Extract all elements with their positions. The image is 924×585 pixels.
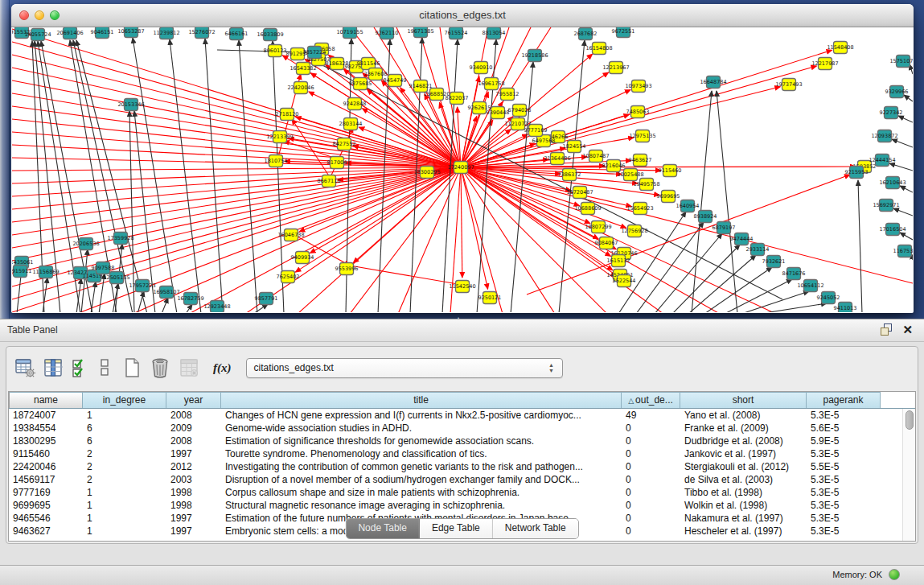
tab-network-table[interactable]: Network Table — [493, 519, 578, 538]
cell-year[interactable]: 2008 — [166, 435, 221, 447]
cell-name[interactable]: 9115460 — [9, 447, 83, 460]
column-header-in_degree[interactable]: in_degree — [83, 392, 166, 408]
graph-edge-black[interactable] — [688, 255, 756, 312]
cell-out_de[interactable]: 0 — [622, 512, 680, 525]
table-scrollbar[interactable] — [902, 409, 915, 541]
graph-edge-red[interactable] — [12, 167, 461, 235]
cell-pagerank[interactable]: 5.3E-5 — [807, 512, 881, 525]
cell-name[interactable]: 9463627 — [9, 525, 83, 538]
table-row[interactable]: 1830029562008Estimation of significance … — [9, 435, 915, 447]
table-row[interactable]: 969969511998Structural magnetic resonanc… — [9, 499, 915, 512]
network-canvas[interactable]: 1724009789601238912954182260589827503818… — [12, 27, 913, 312]
close-window-button[interactable] — [19, 10, 29, 20]
cell-layout-button[interactable] — [101, 356, 109, 380]
cell-year[interactable]: 2009 — [166, 422, 221, 435]
graph-edge-black[interactable] — [898, 116, 913, 122]
cell-short[interactable]: Wolkin et al. (1998) — [680, 499, 807, 512]
cell-title[interactable]: Changes of HCN gene expression and I(f) … — [221, 409, 622, 422]
tab-edge-table[interactable]: Edge Table — [420, 519, 493, 538]
table-row[interactable]: 1938455462009Genome-wide association stu… — [9, 422, 915, 435]
cell-name[interactable]: 9465546 — [9, 512, 83, 525]
network-window-titlebar[interactable]: citations_edges.txt — [11, 4, 914, 27]
cell-in_degree[interactable]: 1 — [83, 512, 166, 525]
graph-edge-red[interactable] — [12, 132, 461, 167]
graph-edge-black[interactable] — [186, 304, 192, 312]
cell-out_de[interactable]: 0 — [622, 486, 680, 499]
cell-short[interactable]: Dudbridge et al. (2008) — [680, 435, 807, 447]
graph-edge-red[interactable] — [12, 167, 461, 274]
graph-edge-red[interactable] — [12, 119, 461, 167]
cell-out_de[interactable]: 0 — [622, 473, 680, 486]
cell-year[interactable]: 1997 — [166, 525, 221, 538]
table-row[interactable]: 911546021997Tourette syndrome. Phenomeno… — [9, 447, 915, 460]
table-row[interactable]: 977716911998Corpus callosum shape and si… — [9, 486, 915, 499]
graph-edge-red[interactable] — [284, 141, 339, 159]
graph-edge-black[interactable] — [893, 208, 913, 216]
cell-pagerank[interactable]: 5.3E-5 — [807, 486, 881, 499]
cell-name[interactable]: 19384554 — [9, 422, 83, 435]
cell-title[interactable]: Investigating the contribution of common… — [221, 460, 622, 473]
column-header-short[interactable]: short — [680, 392, 807, 408]
cell-title[interactable]: Estimation of significance thresholds fo… — [221, 435, 622, 447]
graph-edge-red[interactable] — [245, 167, 461, 312]
cell-pagerank[interactable]: 5.5E-5 — [807, 460, 881, 473]
graph-edge-black[interactable] — [253, 304, 268, 312]
table-scrollbar-thumb[interactable] — [906, 410, 914, 430]
graph-edge-black[interactable] — [239, 40, 257, 312]
graph-edge-red[interactable] — [350, 266, 462, 285]
graph-edge-black[interactable] — [904, 95, 913, 101]
cell-pagerank[interactable]: 5.3E-5 — [807, 409, 881, 422]
column-header-out_de[interactable]: △out_de... — [622, 392, 680, 408]
column-header-name[interactable]: name — [9, 392, 83, 408]
graph-edge-black[interactable] — [717, 91, 737, 312]
table-row[interactable]: 2242004622012Investigating the contribut… — [9, 460, 915, 473]
cell-out_de[interactable]: 49 — [622, 409, 680, 422]
graph-edge-red[interactable] — [12, 158, 461, 167]
cell-short[interactable]: Hescheler et al. (1997) — [680, 525, 807, 538]
graph-edge-black[interactable] — [704, 267, 772, 312]
graph-edge-red[interactable] — [12, 167, 461, 248]
graph-edge-red[interactable] — [12, 167, 461, 196]
graph-edge-black[interactable] — [741, 291, 809, 312]
cell-pagerank[interactable]: 5.3E-5 — [807, 473, 881, 486]
cell-title[interactable]: Structural magnetic resonance image aver… — [221, 499, 622, 512]
graph-edge-red[interactable] — [461, 167, 913, 283]
cell-out_de[interactable]: 0 — [622, 435, 680, 447]
graph-edge-red[interactable] — [296, 117, 461, 167]
cell-short[interactable]: Tibbo et al. (1998) — [680, 486, 807, 499]
column-settings-button[interactable] — [14, 356, 35, 380]
cell-in_degree[interactable]: 6 — [83, 435, 166, 447]
cell-out_de[interactable]: 0 — [622, 460, 680, 473]
cell-in_degree[interactable]: 2 — [83, 473, 166, 486]
memory-ok-indicator[interactable] — [889, 569, 900, 580]
delete-column-button[interactable] — [150, 356, 170, 380]
graph-edge-red[interactable] — [12, 167, 461, 209]
create-column-button[interactable] — [123, 356, 141, 380]
cell-name[interactable]: 9699695 — [9, 499, 83, 512]
cell-pagerank[interactable]: 5.3E-5 — [807, 525, 881, 538]
network-graph[interactable]: 1724009789601238912954182260589827503818… — [12, 27, 913, 312]
cell-short[interactable]: de Silva et al. (2003) — [680, 473, 807, 486]
graph-edge-red[interactable] — [461, 167, 663, 312]
graph-edge-black[interactable] — [900, 233, 913, 240]
cell-name[interactable]: 18300295 — [9, 435, 83, 447]
cell-out_de[interactable]: 0 — [622, 447, 680, 460]
cell-short[interactable]: Stergiakouli et al. (2012) — [680, 460, 807, 473]
close-panel-icon[interactable]: ✕ — [902, 323, 913, 336]
cell-year[interactable]: 2003 — [166, 473, 221, 486]
cell-short[interactable]: Yano et al. (2008) — [680, 409, 807, 422]
column-header-pagerank[interactable]: pagerank — [807, 392, 881, 408]
cell-name[interactable]: 22420046 — [9, 460, 83, 473]
cell-in_degree[interactable]: 1 — [83, 409, 166, 422]
graph-edge-red[interactable] — [12, 106, 461, 167]
zoom-window-button[interactable] — [50, 10, 60, 20]
cell-name[interactable]: 14569117 — [9, 473, 83, 486]
graph-edge-red[interactable] — [12, 167, 461, 299]
cell-title[interactable]: Disruption of a novel member of a sodium… — [221, 473, 622, 486]
table-selector[interactable]: citations_edges.txt ▲▼ — [246, 358, 563, 378]
cell-short[interactable]: Nakamura et al. (1997) — [680, 512, 807, 525]
graph-edge-black[interactable] — [889, 163, 913, 171]
cell-title[interactable]: Corpus callosum shape and size in male p… — [221, 486, 622, 499]
cell-year[interactable]: 1997 — [166, 447, 221, 460]
cell-pagerank[interactable]: 5.3E-5 — [807, 447, 881, 460]
